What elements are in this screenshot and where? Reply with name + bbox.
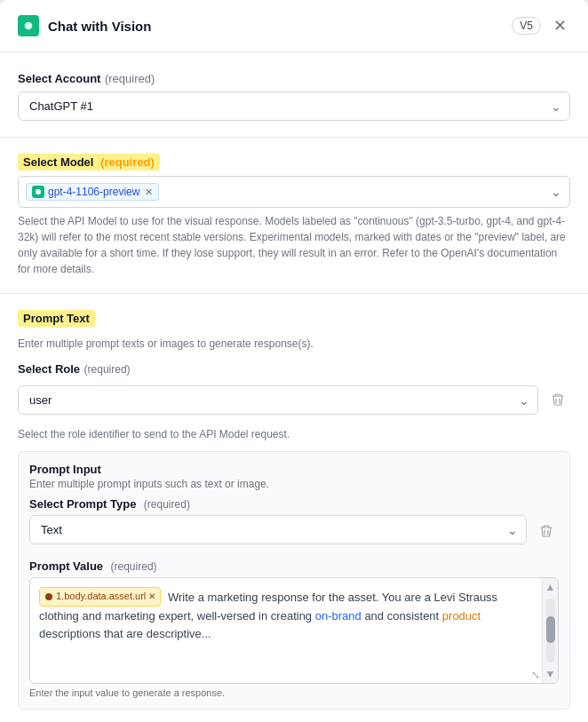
model-description: Select the API Model to use for the visu… xyxy=(18,213,570,277)
app-icon xyxy=(18,15,39,36)
svg-point-2 xyxy=(45,593,52,600)
model-select-box[interactable]: gpt-4-1106-preview ✕ xyxy=(18,176,570,208)
prompt-type-wrapper: Text ⌄ xyxy=(29,515,527,544)
role-hint: Select the role identifier to send to th… xyxy=(18,426,570,442)
add-prompt-input-button[interactable]: + + Add Prompt Input xyxy=(18,718,147,722)
select-model-label: Select Model (required) xyxy=(18,154,160,171)
prompt-text-section: Prompt Text Enter multiple prompt texts … xyxy=(18,310,570,722)
scroll-up-button[interactable]: ▲ xyxy=(543,578,559,596)
prompt-type-label-row: Select Prompt Type (required) xyxy=(29,496,559,512)
modal-title: Chat with Vision xyxy=(48,19,503,34)
section-divider-1 xyxy=(0,137,588,138)
version-badge: V5 xyxy=(512,17,541,35)
account-select-wrapper: ChatGPT #1 ⌄ xyxy=(18,91,570,121)
prompt-text-label: Prompt Text xyxy=(18,310,95,327)
modal-container: Chat with Vision V5 ✕ Select Account (re… xyxy=(0,0,588,722)
close-button[interactable]: ✕ xyxy=(550,14,570,37)
scroll-down-button[interactable]: ▼ xyxy=(543,665,559,683)
prompt-value-hint: Enter the input value to generate a resp… xyxy=(29,687,559,698)
model-select-wrapper: gpt-4-1106-preview ✕ ⌄ xyxy=(18,176,570,208)
prompt-input-label: Prompt Input xyxy=(29,463,559,476)
prompt-input-box: Prompt Input Enter multiple prompt input… xyxy=(18,451,570,710)
role-label-row: Select Role (required) xyxy=(18,361,570,377)
role-select[interactable]: user xyxy=(18,385,538,415)
account-select[interactable]: ChatGPT #1 xyxy=(18,91,570,121)
prompt-value-content[interactable]: 1.body.data.asset.url ✕ Write a marketin… xyxy=(30,578,558,653)
scroll-track xyxy=(546,599,555,662)
model-tag-icon xyxy=(32,186,44,198)
select-account-label: Select Account (required) xyxy=(18,70,570,86)
asset-url-tag: 1.body.data.asset.url ✕ xyxy=(39,587,161,607)
model-tag-remove[interactable]: ✕ xyxy=(145,186,153,198)
section-divider-2 xyxy=(0,293,588,294)
select-model-section: Select Model (required) gpt-4-1106-previ… xyxy=(18,154,570,277)
role-row: user ⌄ xyxy=(18,385,570,417)
prompt-value-label-row: Prompt Value (required) xyxy=(29,558,559,574)
prompt-input-desc: Enter multiple prompt inputs such as tex… xyxy=(29,478,559,490)
model-tag: gpt-4-1106-preview ✕ xyxy=(26,183,159,201)
svg-point-1 xyxy=(36,189,41,194)
model-tag-text: gpt-4-1106-preview xyxy=(48,186,139,198)
prompt-type-row: Text ⌄ xyxy=(29,515,559,549)
prompt-text-header: Prompt Text xyxy=(18,310,570,327)
role-select-wrapper: user ⌄ xyxy=(18,385,538,415)
prompt-type-select[interactable]: Text xyxy=(29,515,527,544)
prompt-value-area: 1.body.data.asset.url ✕ Write a marketin… xyxy=(29,577,559,684)
add-prompt-input-container: + + Add Prompt Input xyxy=(18,718,570,722)
role-section: Select Role (required) user ⌄ xyxy=(18,361,570,442)
prompt-type-delete-button[interactable] xyxy=(534,517,559,549)
prompt-text-description: Enter multiple prompt texts or images to… xyxy=(18,336,570,352)
role-delete-button[interactable] xyxy=(545,385,570,417)
modal-body: Select Account (required) ChatGPT #1 ⌄ S… xyxy=(0,52,588,722)
scrollbar: ▲ ▼ xyxy=(542,578,558,683)
asset-tag-close[interactable]: ✕ xyxy=(148,590,155,604)
scroll-thumb xyxy=(546,616,555,643)
resize-handle-icon[interactable]: ⤡ xyxy=(531,669,540,681)
modal-header: Chat with Vision V5 ✕ xyxy=(0,0,588,52)
select-account-section: Select Account (required) ChatGPT #1 ⌄ xyxy=(18,70,570,121)
select-model-label-row: Select Model (required) xyxy=(18,154,570,171)
